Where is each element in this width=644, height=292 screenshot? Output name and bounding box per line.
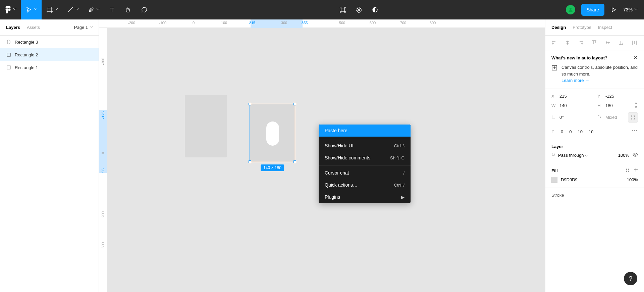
visibility-icon[interactable] bbox=[633, 153, 638, 158]
whatsnew-link[interactable]: Learn more → bbox=[561, 78, 589, 83]
svg-point-51 bbox=[628, 168, 629, 169]
tab-layers[interactable]: Layers bbox=[6, 25, 20, 30]
tab-design[interactable]: Design bbox=[551, 25, 566, 30]
add-fill-icon[interactable] bbox=[634, 168, 638, 174]
help-button[interactable]: ? bbox=[624, 272, 637, 285]
y-field[interactable]: Y-125 bbox=[597, 94, 638, 99]
ruler-vertical: -300 -125 0 55 200 300 bbox=[99, 28, 107, 292]
shape-tool-button[interactable] bbox=[62, 0, 83, 19]
selection-handle[interactable] bbox=[249, 103, 251, 105]
ctx-show-hide-ui[interactable]: Show/Hide UI Ctrl+\ bbox=[319, 140, 411, 152]
toolbar: Share 73% bbox=[0, 0, 644, 19]
svg-rect-13 bbox=[344, 11, 345, 12]
align-left-icon[interactable] bbox=[551, 40, 557, 46]
svg-rect-10 bbox=[340, 7, 341, 8]
stroke-section-title: Stroke bbox=[551, 193, 564, 198]
tab-prototype[interactable]: Prototype bbox=[573, 25, 591, 30]
svg-point-53 bbox=[628, 171, 629, 172]
layer-row[interactable]: Rectangle 1 bbox=[0, 61, 99, 74]
fill-hex-field[interactable]: D9D9D9 bbox=[561, 177, 578, 182]
rectangle-shape-icon bbox=[6, 65, 11, 70]
diamond-grid-icon bbox=[356, 6, 362, 13]
tab-inspect[interactable]: Inspect bbox=[598, 25, 612, 30]
ctx-plugins[interactable]: Plugins ▶ bbox=[319, 191, 411, 203]
independent-corners-button[interactable] bbox=[628, 112, 638, 123]
h-field[interactable]: H180 bbox=[597, 103, 613, 108]
align-center-h-icon[interactable] bbox=[565, 40, 571, 46]
zoom-dropdown[interactable]: 73% bbox=[623, 7, 637, 12]
dimension-label: 140 × 180 bbox=[261, 164, 284, 171]
rectangle-shape-icon bbox=[6, 52, 11, 57]
align-center-v-icon[interactable] bbox=[605, 40, 611, 46]
rectangle-2-shape-selected[interactable] bbox=[250, 104, 295, 162]
svg-rect-9 bbox=[341, 8, 344, 11]
comment-tool-button[interactable] bbox=[136, 0, 152, 19]
text-tool-button[interactable] bbox=[104, 0, 120, 19]
svg-point-19 bbox=[570, 8, 572, 10]
pen-icon bbox=[88, 6, 95, 13]
layer-row[interactable]: Rectangle 3 bbox=[0, 36, 99, 48]
left-panel: Layers Assets Page 1 Rectangle 3 Rectang… bbox=[0, 19, 99, 292]
layer-section: Layer Pass through 100% bbox=[545, 139, 644, 163]
fill-swatch[interactable] bbox=[551, 177, 557, 183]
ctx-show-hide-comments[interactable]: Show/Hide comments Shift+C bbox=[319, 152, 411, 164]
flip-field[interactable]: Mixed bbox=[597, 115, 617, 120]
rectangle-1-shape[interactable] bbox=[185, 95, 227, 157]
ctx-cursor-chat[interactable]: Cursor chat / bbox=[319, 167, 411, 179]
tab-assets[interactable]: Assets bbox=[27, 25, 40, 30]
svg-rect-22 bbox=[7, 66, 10, 69]
chevron-down-icon bbox=[55, 8, 58, 11]
svg-rect-11 bbox=[344, 7, 345, 8]
svg-line-5 bbox=[68, 7, 73, 12]
blend-mode-dropdown[interactable]: Pass through bbox=[558, 153, 588, 158]
svg-point-6 bbox=[91, 10, 92, 11]
more-options-icon[interactable]: ⋯ bbox=[631, 126, 638, 134]
align-right-icon[interactable] bbox=[578, 40, 584, 46]
component-tool-button[interactable] bbox=[335, 0, 351, 19]
transform-section: X215 Y-125 W140 H180 0° Mixed 0 0 bbox=[545, 89, 644, 139]
hand-tool-button[interactable] bbox=[120, 0, 136, 19]
flip-icon bbox=[597, 115, 602, 120]
text-icon bbox=[109, 6, 115, 13]
align-top-icon[interactable] bbox=[592, 40, 598, 46]
fill-opacity-field[interactable]: 100% bbox=[627, 177, 638, 182]
layer-row[interactable]: Rectangle 2 bbox=[0, 48, 99, 61]
w-field[interactable]: W140 bbox=[551, 102, 592, 109]
ruler-selection-h bbox=[251, 19, 303, 28]
align-bottom-icon[interactable] bbox=[619, 40, 625, 46]
cursor-icon bbox=[25, 6, 32, 13]
present-icon[interactable] bbox=[610, 6, 617, 13]
component-instance-button[interactable] bbox=[351, 0, 367, 19]
corner-radius-fields[interactable]: 0 0 10 10 bbox=[551, 129, 593, 134]
close-icon[interactable] bbox=[633, 55, 638, 61]
main-menu-button[interactable] bbox=[0, 0, 21, 19]
distribute-icon[interactable] bbox=[632, 40, 638, 46]
rotation-field[interactable]: 0° bbox=[551, 112, 592, 123]
opacity-field[interactable]: 100% bbox=[618, 153, 629, 158]
svg-point-52 bbox=[626, 171, 627, 172]
constrain-proportions-icon[interactable] bbox=[634, 102, 638, 109]
move-tool-button[interactable] bbox=[21, 0, 42, 19]
selection-handle[interactable] bbox=[293, 160, 296, 163]
selection-handle[interactable] bbox=[293, 103, 296, 105]
fill-style-icon[interactable] bbox=[625, 168, 630, 174]
frame-tool-button[interactable] bbox=[42, 0, 62, 19]
canvas[interactable]: -200 -100 0 100 215 300 355 500 600 700 … bbox=[99, 19, 545, 292]
selection-handle[interactable] bbox=[249, 160, 251, 163]
fill-section-title: Fill bbox=[551, 168, 558, 173]
svg-point-50 bbox=[626, 168, 627, 169]
ctx-quick-actions[interactable]: Quick actions… Ctrl+/ bbox=[319, 179, 411, 191]
ctx-paste-here[interactable]: Paste here bbox=[319, 125, 411, 137]
corner-tl-icon bbox=[551, 129, 555, 134]
autolayout-icon bbox=[551, 65, 557, 72]
bounding-box-icon bbox=[339, 6, 346, 13]
share-button[interactable]: Share bbox=[581, 4, 604, 16]
pen-tool-button[interactable] bbox=[83, 0, 104, 19]
mask-button[interactable] bbox=[367, 0, 383, 19]
avatar[interactable] bbox=[566, 5, 575, 14]
layer-name: Rectangle 2 bbox=[15, 52, 38, 57]
page-dropdown[interactable]: Page 1 bbox=[74, 25, 93, 30]
svg-rect-12 bbox=[340, 11, 341, 12]
x-field[interactable]: X215 bbox=[551, 94, 592, 99]
rectangle-3-shape[interactable] bbox=[266, 121, 279, 146]
